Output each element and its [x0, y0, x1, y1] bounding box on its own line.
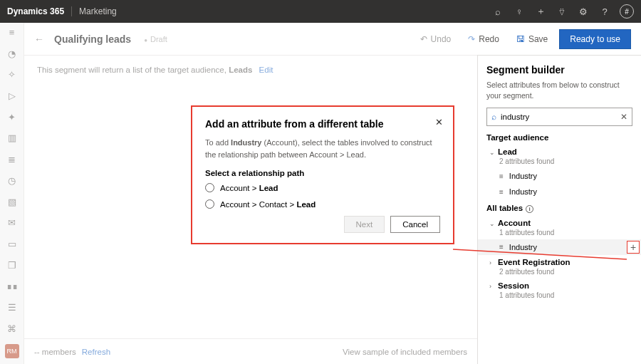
tree-node-lead[interactable]: ⌄Lead — [486, 145, 632, 157]
session-count: 1 attributes found — [486, 291, 632, 299]
chevron-down-icon: ⌄ — [489, 149, 498, 156]
panel-title: Segment builder — [486, 64, 632, 76]
path-option-2[interactable]: Account > Contact > Lead — [205, 199, 440, 209]
add-attribute-button[interactable]: + — [627, 241, 640, 254]
target-audience-label: Target audience — [486, 133, 632, 142]
attribute-search[interactable]: ⌕ ✕ — [486, 108, 632, 126]
lead-count: 2 attributes found — [486, 157, 632, 165]
divider — [71, 6, 72, 16]
modal-description: To add Industry (Account), select the ta… — [205, 137, 440, 160]
cancel-button[interactable]: Cancel — [390, 216, 440, 233]
event-count: 2 attributes found — [486, 268, 632, 276]
panel-hint: Select attributes from below to construc… — [486, 80, 632, 100]
area-label[interactable]: Marketing — [79, 6, 117, 16]
chevron-right-icon: › — [489, 283, 498, 290]
attribute-icon: ≡ — [499, 188, 504, 196]
tree-node-session[interactable]: ›Session — [486, 279, 632, 291]
idea-icon[interactable]: ♀ — [509, 6, 530, 17]
tree-node-event[interactable]: ›Event Registration — [486, 255, 632, 268]
info-icon[interactable]: i — [526, 205, 533, 213]
global-top-bar: Dynamics 365 Marketing ⌕ ♀ ＋ ⍢ ⚙ ? # — [0, 0, 641, 23]
attribute-icon: ≡ — [499, 172, 504, 180]
clear-icon[interactable]: ✕ — [620, 112, 627, 122]
radio-icon — [205, 199, 214, 209]
path-option-1[interactable]: Account > Lead — [205, 183, 440, 192]
search-input[interactable] — [501, 113, 620, 121]
attr-lead-industry-2[interactable]: ≡Industry — [486, 184, 632, 199]
account-count: 1 attributes found — [486, 229, 632, 236]
attribute-icon: ≡ — [499, 243, 504, 251]
gear-icon[interactable]: ⚙ — [573, 6, 594, 17]
add-attribute-modal: ✕ Add an attribute from a different tabl… — [191, 105, 454, 244]
search-icon[interactable]: ⌕ — [487, 6, 509, 17]
chevron-right-icon: › — [489, 259, 498, 266]
ready-to-use-button[interactable]: Ready to use — [559, 29, 631, 49]
search-icon: ⌕ — [491, 112, 496, 122]
next-button: Next — [344, 216, 385, 233]
segment-builder-panel: Segment builder Select attributes from b… — [477, 56, 641, 364]
modal-title: Add an attribute from a different table — [205, 118, 440, 130]
plus-icon[interactable]: ＋ — [530, 5, 551, 18]
save-icon: 🖫 — [516, 34, 525, 44]
tree-node-account[interactable]: ⌄Account — [486, 216, 632, 229]
attr-account-industry[interactable]: ≡Industry + — [478, 239, 641, 255]
close-icon[interactable]: ✕ — [435, 117, 443, 128]
radio-icon — [205, 183, 214, 192]
filter-icon[interactable]: ⍢ — [551, 6, 573, 17]
avatar[interactable]: # — [620, 4, 634, 19]
save-button[interactable]: 🖫Save — [511, 31, 553, 47]
attr-lead-industry-1[interactable]: ≡Industry — [486, 168, 632, 184]
path-label: Select a relationship path — [205, 169, 440, 177]
brand-label[interactable]: Dynamics 365 — [7, 6, 64, 16]
all-tables-label: All tablesi — [486, 204, 632, 212]
help-icon[interactable]: ? — [594, 6, 615, 17]
chevron-down-icon: ⌄ — [489, 220, 498, 227]
